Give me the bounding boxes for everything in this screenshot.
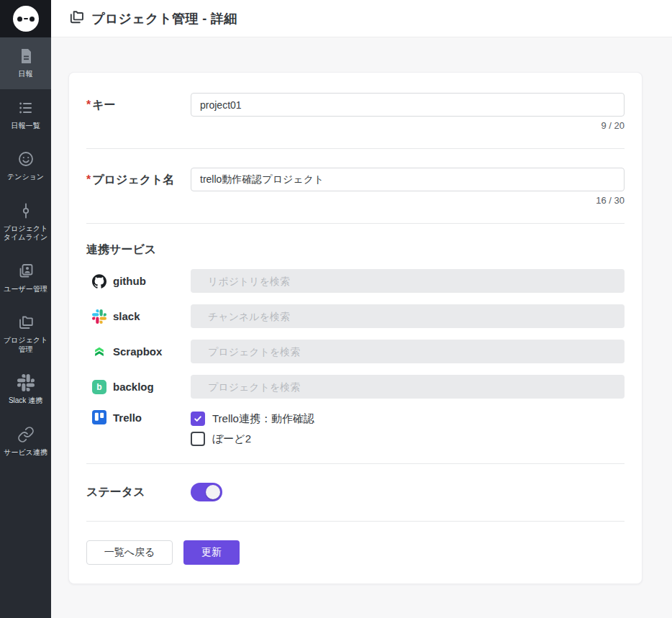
page-header: プロジェクト管理 - 詳細	[51, 0, 672, 37]
daily-report-list-icon	[17, 99, 35, 117]
scrapbox-service-label: Scrapbox	[86, 345, 191, 359]
tension-smiley-icon	[17, 150, 35, 168]
trello-board-list: Trello連携：動作確認 ぼーど2	[191, 410, 625, 446]
check-icon	[193, 414, 203, 424]
scrapbox-project-search-input[interactable]	[191, 340, 625, 363]
services-section-title: 連携サービス	[86, 242, 625, 258]
service-link-icon	[17, 425, 35, 444]
project-management-icon	[17, 313, 35, 332]
key-field-label: *キー	[86, 93, 191, 117]
project-name-char-counter: 16 / 30	[191, 195, 625, 206]
service-row-scrapbox: Scrapbox	[86, 340, 625, 363]
sidebar-item-tension[interactable]: テンション	[0, 140, 51, 192]
backlog-service-label: b backlog	[86, 380, 191, 394]
sidebar-item-label: サービス連携	[4, 448, 47, 458]
trello-service-label: Trello	[86, 410, 191, 424]
service-row-github: github	[86, 269, 625, 293]
plug-logo-icon	[13, 6, 39, 32]
github-repo-search-input[interactable]	[191, 269, 625, 293]
sidebar-item-service-link[interactable]: サービス連携	[0, 416, 51, 468]
service-row-backlog: b backlog	[86, 375, 625, 399]
svg-text:b: b	[96, 382, 101, 392]
backlog-project-search-input[interactable]	[191, 375, 625, 399]
github-icon	[92, 274, 106, 288]
page-title: プロジェクト管理 - 詳細	[91, 10, 237, 27]
status-label: ステータス	[86, 480, 191, 504]
github-service-label: github	[86, 274, 191, 288]
project-detail-card: *キー 9 / 20 *プロジェクト名 16 / 30	[68, 72, 643, 584]
main-area: *キー 9 / 20 *プロジェクト名 16 / 30	[51, 37, 672, 618]
sidebar-item-label: ユーザー管理	[4, 285, 47, 294]
sidebar-item-label: テンション	[7, 173, 44, 182]
status-toggle[interactable]	[191, 483, 222, 501]
trello-icon	[92, 410, 106, 424]
required-mark: *	[86, 173, 91, 186]
daily-report-icon	[17, 47, 35, 65]
sidebar-item-label: Slack 連携	[9, 396, 42, 406]
sidebar-item-label: 日報一覧	[12, 122, 40, 131]
app-root: 日報 日報一覧 テンション プロジェクトタイムライン	[0, 0, 672, 618]
trello-board-label: Trello連携：動作確認	[212, 412, 314, 426]
sidebar-item-slack[interactable]: Slack 連携	[0, 364, 51, 416]
project-name-input[interactable]	[191, 168, 625, 191]
project-timeline-icon	[17, 201, 35, 220]
slack-channel-search-input[interactable]	[191, 304, 625, 328]
app-logo[interactable]	[0, 0, 51, 37]
divider	[86, 223, 625, 224]
sidebar-item-label: プロジェクトタイムライン	[1, 224, 50, 242]
back-to-list-button[interactable]: 一覧へ戻る	[86, 540, 173, 565]
slack-service-label: slack	[86, 309, 191, 324]
key-input[interactable]	[191, 93, 625, 117]
sidebar-item-label: プロジェクト管理	[1, 336, 50, 354]
project-name-label: *プロジェクト名	[86, 168, 191, 191]
key-field-wrap: 9 / 20	[191, 93, 625, 131]
form-actions: 一覧へ戻る 更新	[86, 522, 625, 565]
scrapbox-icon	[92, 345, 106, 359]
update-button[interactable]: 更新	[183, 540, 240, 565]
service-row-slack: slack	[86, 304, 625, 328]
key-char-counter: 9 / 20	[191, 120, 625, 131]
slack-icon	[17, 373, 35, 392]
slack-color-icon	[92, 309, 106, 324]
project-name-wrap: 16 / 30	[191, 168, 625, 206]
sidebar-nav: 日報 日報一覧 テンション プロジェクトタイムライン	[0, 37, 51, 467]
key-field-row: *キー 9 / 20	[86, 93, 625, 131]
service-row-trello: Trello Trello連携：動作確認	[86, 410, 625, 446]
content-column: プロジェクト管理 - 詳細 *キー 9 / 20 *プロジェクト名	[51, 0, 672, 618]
sidebar-item-daily-report[interactable]: 日報	[0, 37, 51, 89]
sidebar-item-project-management[interactable]: プロジェクト管理	[0, 304, 51, 364]
checkbox-checked[interactable]	[191, 412, 205, 426]
projects-folder-icon	[68, 9, 85, 28]
trello-board-option[interactable]: ぼーど2	[191, 432, 625, 446]
sidebar: 日報 日報一覧 テンション プロジェクトタイムライン	[0, 0, 51, 618]
trello-board-option[interactable]: Trello連携：動作確認	[191, 412, 625, 426]
sidebar-item-project-timeline[interactable]: プロジェクトタイムライン	[0, 192, 51, 253]
trello-board-label: ぼーど2	[212, 432, 251, 446]
required-mark: *	[86, 99, 91, 111]
status-row: ステータス	[86, 464, 625, 504]
project-name-field-row: *プロジェクト名 16 / 30	[86, 149, 625, 206]
sidebar-item-user-management[interactable]: ユーザー管理	[0, 253, 51, 304]
backlog-icon: b	[92, 380, 106, 394]
toggle-knob	[206, 485, 220, 499]
user-management-icon	[17, 262, 35, 281]
sidebar-item-label: 日報	[19, 70, 33, 79]
sidebar-item-daily-report-list[interactable]: 日報一覧	[0, 89, 51, 141]
checkbox-unchecked[interactable]	[191, 432, 205, 446]
